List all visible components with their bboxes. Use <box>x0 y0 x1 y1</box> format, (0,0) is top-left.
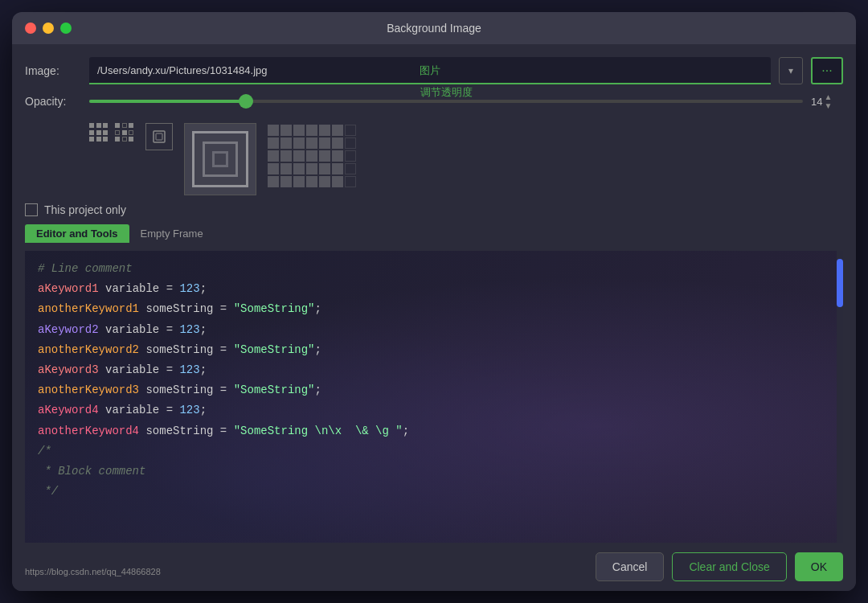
maximize-button[interactable] <box>60 23 72 34</box>
tab-empty-frame[interactable]: Empty Frame <box>129 224 215 243</box>
vertical-scrollbar[interactable] <box>837 251 843 543</box>
code-line-1: # Line comment <box>38 259 829 279</box>
svg-rect-1 <box>156 133 162 140</box>
pattern-grid-preview <box>268 125 356 187</box>
code-editor[interactable]: # Line comment aKeyword1 variable = 123;… <box>25 251 837 543</box>
opacity-slider-thumb[interactable] <box>239 94 253 109</box>
this-project-only-checkbox[interactable] <box>25 203 38 216</box>
main-panel: # Line comment aKeyword1 variable = 123;… <box>25 251 843 543</box>
code-line-3: anotherKeyword1 someString = "SomeString… <box>38 299 829 319</box>
tabs-row: Editor and Tools Empty Frame <box>25 224 843 243</box>
tab-editor-tools[interactable]: Editor and Tools <box>25 224 129 243</box>
pattern-controls <box>89 123 134 142</box>
image-label: Image: <box>25 64 81 77</box>
scrollbar-thumb[interactable] <box>837 259 843 307</box>
minimize-button[interactable] <box>43 23 54 34</box>
close-button[interactable] <box>25 23 36 34</box>
url-text: https://blog.csdn.net/qq_44866828 <box>25 567 161 576</box>
preview-box <box>184 123 256 195</box>
content-area: Image: 图片 ▾ ··· Opacity: 调节透明度 14 ▲ <box>12 44 856 543</box>
opacity-value: 14 ▲ ▼ <box>811 92 843 110</box>
pattern-grid-icon-2[interactable] <box>115 123 134 142</box>
background-image-dialog: Background Image Image: 图片 ▾ ··· Opacity… <box>12 12 856 591</box>
image-browse-button[interactable]: ··· <box>811 57 843 84</box>
title-bar: Background Image <box>12 12 856 44</box>
dialog-title: Background Image <box>387 22 481 35</box>
nested-square-middle <box>203 142 238 177</box>
code-line-11: * Block comment <box>38 461 829 482</box>
code-line-5: anotherKeyword2 someString = "SomeString… <box>38 340 829 360</box>
opacity-arrows[interactable]: ▲ ▼ <box>824 92 832 110</box>
svg-rect-0 <box>154 131 165 142</box>
code-line-2: aKeyword1 variable = 123; <box>38 279 829 299</box>
preview-row <box>89 123 843 195</box>
bottom-bar: https://blog.csdn.net/qq_44866828 Cancel… <box>12 543 856 591</box>
opacity-row: Opacity: 调节透明度 14 ▲ ▼ <box>25 92 843 110</box>
center-icon[interactable] <box>145 123 173 150</box>
code-line-8: aKeyword4 variable = 123; <box>38 400 829 420</box>
image-input-container: 图片 <box>89 57 771 84</box>
opacity-slider-fill <box>89 100 246 103</box>
nested-square-inner <box>212 151 228 167</box>
opacity-slider-container: 调节透明度 <box>89 100 803 103</box>
code-line-6: aKeyword3 variable = 123; <box>38 360 829 380</box>
code-line-12: */ <box>38 482 829 502</box>
this-project-label: This project only <box>44 203 126 216</box>
traffic-lights <box>25 23 72 34</box>
code-line-4: aKeyword2 variable = 123; <box>38 320 829 340</box>
image-dropdown-button[interactable]: ▾ <box>779 57 803 84</box>
image-row: Image: 图片 ▾ ··· <box>25 57 843 84</box>
pattern-icon-row <box>89 123 134 142</box>
code-line-7: anotherKeyword3 someString = "SomeString… <box>38 380 829 400</box>
opacity-slider-track[interactable] <box>89 100 803 103</box>
clear-and-close-button[interactable]: Clear and Close <box>672 552 786 581</box>
ok-button[interactable]: OK <box>795 552 843 581</box>
nested-square-outer <box>192 131 248 187</box>
opacity-slider-label: 调节透明度 <box>420 85 473 100</box>
image-path-input[interactable] <box>89 57 771 84</box>
checkbox-row: This project only <box>25 203 843 216</box>
cancel-button[interactable]: Cancel <box>596 552 665 581</box>
opacity-label: Opacity: <box>25 95 81 108</box>
code-line-9: anotherKeyword4 someString = "SomeString… <box>38 421 829 441</box>
pattern-grid-icon-1[interactable] <box>89 123 108 142</box>
code-line-10: /* <box>38 441 829 461</box>
